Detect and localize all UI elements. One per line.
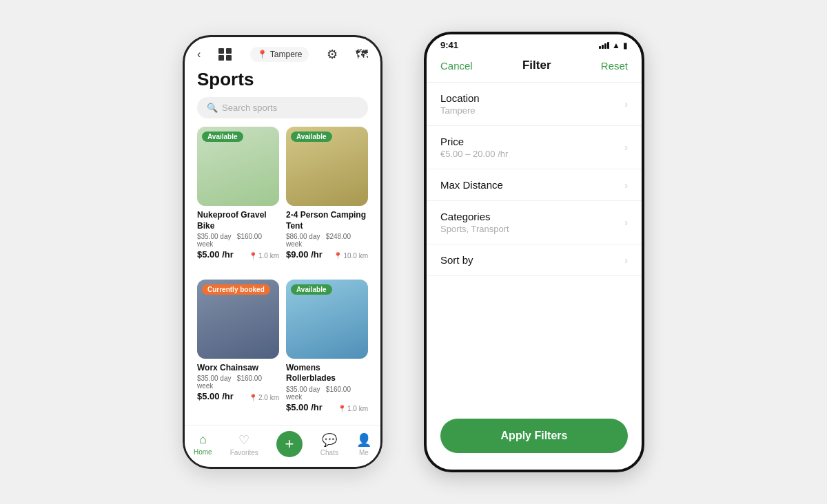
apply-button-wrap: Apply Filters: [427, 408, 642, 470]
map-button[interactable]: 🗺: [356, 48, 368, 62]
status-bar: 9:41 ▲ ▮: [427, 34, 642, 53]
favorites-icon: ♡: [238, 432, 249, 448]
products-grid: Available Nukeproof Gravel Bike $35.00 d…: [185, 127, 380, 425]
plus-icon: +: [285, 435, 294, 453]
page-title: Sports: [185, 66, 380, 97]
product-distance: 📍1.0 km: [338, 405, 368, 412]
search-bar[interactable]: 🔍 Search sports: [197, 97, 368, 118]
nav-chats[interactable]: 💬 Chats: [320, 432, 338, 456]
home-icon: ⌂: [199, 432, 207, 447]
product-badge: Available: [291, 284, 332, 295]
filter-max-distance[interactable]: Max Distance ›: [427, 169, 642, 201]
me-icon: 👤: [356, 432, 371, 448]
product-badge: Available: [202, 132, 243, 142]
filter-button[interactable]: ⚙: [327, 47, 338, 62]
product-card[interactable]: Available Nukeproof Gravel Bike $35.00 d…: [197, 127, 279, 273]
wifi-icon: ▲: [612, 41, 620, 50]
nav-me[interactable]: 👤 Me: [356, 432, 371, 456]
filter-list: Location Tampere › Price €5.00 – 20.00 /…: [427, 83, 642, 408]
product-badge: Currently booked: [202, 284, 270, 295]
chevron-right-icon: ›: [624, 98, 628, 109]
bottom-nav: ⌂ Home ♡ Favorites + 💬 Chats 👤 Me: [185, 425, 380, 467]
product-price-row: $35.00 day $160.00 week: [286, 386, 368, 401]
chevron-right-icon: ›: [624, 180, 628, 191]
product-price-row: $35.00 day $160.00 week: [197, 375, 279, 390]
filter-categories[interactable]: Categories Sports, Transport ›: [427, 201, 642, 244]
reset-button[interactable]: Reset: [601, 60, 628, 72]
nav-chats-label: Chats: [320, 449, 338, 456]
search-placeholder: Search sports: [222, 103, 277, 113]
status-icons: ▲ ▮: [599, 41, 628, 50]
back-button[interactable]: ‹: [197, 48, 201, 61]
product-main-price: $5.00 /hr: [197, 249, 234, 260]
filter-sort-by-label: Sort by: [440, 254, 473, 266]
product-price-row: $86.00 day $248.00 week: [286, 233, 368, 248]
nav-add-button[interactable]: +: [276, 431, 303, 457]
chats-icon: 💬: [322, 432, 337, 448]
filter-location-label: Location: [440, 92, 480, 104]
product-card[interactable]: Available 2-4 Person Camping Tent $86.00…: [286, 127, 368, 273]
cancel-button[interactable]: Cancel: [440, 60, 473, 72]
right-phone: 9:41 ▲ ▮ Cancel Filter Reset Location Ta…: [424, 32, 644, 472]
left-phone: ‹ 📍 Tampere ⚙ 🗺 Sports 🔍 Search sports: [183, 35, 382, 469]
product-name: Worx Chainsaw: [197, 363, 279, 374]
chevron-right-icon: ›: [624, 217, 628, 228]
filter-categories-value: Sports, Transport: [440, 224, 509, 234]
chevron-right-icon: ›: [624, 255, 628, 266]
product-name: Womens Rollerblades: [286, 363, 368, 384]
product-name: Nukeproof Gravel Bike: [197, 210, 279, 231]
filter-location-value: Tampere: [440, 105, 480, 116]
signal-bars: [599, 42, 609, 49]
filter-location[interactable]: Location Tampere ›: [427, 83, 642, 126]
chevron-right-icon: ›: [624, 142, 628, 153]
product-price-row: $35.00 day $160.00 week: [197, 233, 279, 248]
product-card[interactable]: Available Womens Rollerblades $35.00 day…: [286, 280, 368, 426]
apply-filters-button[interactable]: Apply Filters: [440, 419, 628, 453]
pin-icon: 📍: [257, 50, 267, 59]
filter-price[interactable]: Price €5.00 – 20.00 /hr ›: [427, 126, 642, 169]
location-pill[interactable]: 📍 Tampere: [250, 47, 309, 62]
search-icon: 🔍: [207, 103, 218, 113]
filter-max-distance-label: Max Distance: [440, 179, 503, 191]
location-icon: 📍: [249, 252, 257, 260]
filter-title: Filter: [522, 59, 551, 72]
top-bar: ‹ 📍 Tampere ⚙ 🗺: [185, 37, 380, 66]
filter-sort-by[interactable]: Sort by ›: [427, 244, 642, 276]
filter-price-value: €5.00 – 20.00 /hr: [440, 149, 508, 159]
status-time: 9:41: [440, 40, 458, 50]
product-distance: 📍1.0 km: [249, 252, 279, 260]
nav-home-label: Home: [194, 448, 212, 456]
nav-home[interactable]: ⌂ Home: [194, 432, 212, 456]
product-badge: Available: [291, 132, 332, 142]
location-label: Tampere: [270, 50, 303, 59]
nav-favorites-label: Favorites: [230, 449, 258, 456]
product-name: 2-4 Person Camping Tent: [286, 210, 368, 231]
grid-view-button[interactable]: [218, 48, 232, 61]
product-main-price: $5.00 /hr: [286, 402, 323, 412]
product-main-price: $9.00 /hr: [286, 249, 323, 260]
nav-favorites[interactable]: ♡ Favorites: [230, 432, 258, 456]
nav-me-label: Me: [359, 449, 369, 456]
product-distance: 📍10.0 km: [334, 252, 368, 260]
battery-icon: ▮: [623, 41, 628, 50]
location-icon: 📍: [338, 405, 346, 412]
filter-price-label: Price: [440, 136, 508, 147]
filter-header: Cancel Filter Reset: [427, 53, 642, 83]
location-icon: 📍: [249, 394, 257, 401]
product-card[interactable]: Currently booked Worx Chainsaw $35.00 da…: [197, 280, 279, 426]
product-main-price: $5.00 /hr: [197, 391, 234, 401]
location-icon: 📍: [334, 252, 342, 260]
product-distance: 📍2.0 km: [249, 394, 279, 401]
filter-categories-label: Categories: [440, 211, 509, 222]
